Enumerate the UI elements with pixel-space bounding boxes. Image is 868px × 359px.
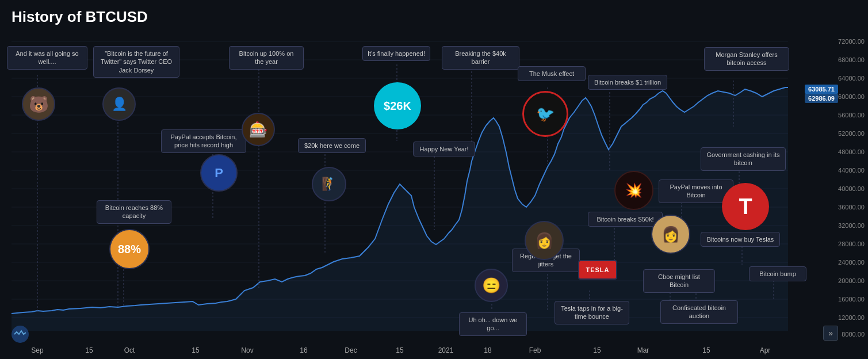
- x-label-dec: Dec: [345, 346, 357, 354]
- icon-woman-avatar: 👩: [651, 215, 690, 254]
- y-label-68k: 68000.00: [838, 56, 865, 63]
- x-label-feb: Feb: [529, 346, 541, 354]
- icon-dorsey-avatar: 👤: [102, 87, 136, 121]
- annotation-50k: Bitcoin breaks $50k!: [588, 212, 663, 227]
- y-label-60k: 60000.00: [838, 93, 865, 100]
- icon-sep-avatar: 🐻: [22, 87, 55, 121]
- x-label-nov: Nov: [241, 346, 253, 354]
- annotation-going-well: And it was all going so well....: [7, 46, 87, 70]
- annotation-1-trillion: Bitcoin breaks $1 trillion: [588, 75, 667, 90]
- y-label-72k: 72000.00: [838, 38, 865, 45]
- icon-paypal: P: [200, 154, 238, 192]
- y-label-12k: 12000.00: [838, 314, 865, 321]
- icon-climber: 🧗: [312, 167, 346, 201]
- annotation-88-capacity: Bitcoin reaches 88% capacity: [97, 200, 171, 224]
- annotation-paypal-moves: PayPal moves into Bitcoin: [659, 180, 733, 203]
- icon-tesla-T: T: [722, 183, 769, 230]
- annotation-finally-happened: It's finally happened!: [362, 46, 430, 61]
- x-label-15-2: 15: [192, 346, 199, 354]
- annotation-bitcoin-bump: Bitcoin bump: [749, 266, 806, 281]
- y-label-8k: 8000.00: [842, 331, 865, 338]
- icon-88-percent: 88%: [109, 229, 150, 269]
- x-label-mar: Mar: [637, 346, 649, 354]
- annotation-gov-cashing: Government cashing in its bitcoin: [701, 147, 786, 171]
- y-label-44k: 44000.00: [838, 167, 865, 174]
- icon-twitter-musk: 🐦: [522, 91, 568, 137]
- x-label-15-4: 15: [593, 346, 601, 354]
- y-label-20k: 20000.00: [838, 277, 865, 284]
- y-label-40k: 40000.00: [838, 185, 865, 192]
- x-label-15-3: 15: [396, 346, 403, 354]
- icon-regulator-avatar: 👩: [525, 221, 564, 260]
- y-label-16k: 16000.00: [838, 296, 865, 303]
- y-label-56k: 56000.00: [838, 112, 865, 119]
- annotation-musk-effect: The Musk effect: [518, 66, 586, 81]
- y-label-32k: 32000.00: [838, 222, 865, 229]
- chart-container: History of BTCUSD: [0, 0, 868, 359]
- y-label-28k: 28000.00: [838, 240, 865, 247]
- icon-explosion: 💥: [614, 171, 653, 210]
- y-label-52k: 52000.00: [838, 130, 865, 137]
- y-label-24k: 24000.00: [838, 259, 865, 266]
- x-label-15-1: 15: [85, 346, 93, 354]
- annotation-cboe: Cboe might list Bitcoin: [643, 269, 715, 293]
- annotation-down-we-go: Uh oh... down we go...: [459, 312, 527, 336]
- y-label-64k: 64000.00: [838, 75, 865, 82]
- nav-next-button[interactable]: »: [823, 326, 838, 341]
- y-label-48k: 48000.00: [838, 148, 865, 155]
- watermark-logo: [12, 326, 29, 343]
- annotation-morgan-stanley: Morgan Stanley offers bitcoin access: [704, 47, 789, 71]
- x-label-18: 18: [484, 346, 491, 354]
- x-label-2021: 2021: [438, 346, 454, 354]
- annotation-40k: Breaking the $40k barrier: [442, 46, 519, 70]
- icon-jukebox: 🎰: [242, 113, 275, 146]
- annotation-tesla-bounce: Tesla taps in for a big-time bounce: [555, 301, 629, 324]
- x-label-sep: Sep: [31, 346, 43, 354]
- x-label-apr: Apr: [760, 346, 771, 354]
- annotation-buy-teslas: Bitcoins now buy Teslas: [701, 232, 780, 247]
- annotation-20k: $20k here we come: [298, 138, 366, 153]
- x-label-16: 16: [300, 346, 307, 354]
- annotation-paypal-accepts: PayPal accepts Bitcoin, price hits recor…: [161, 129, 246, 153]
- icon-down-emoji: 😑: [475, 269, 508, 302]
- current-price-badge: 63085.71: [805, 85, 838, 94]
- x-label-oct: Oct: [124, 346, 135, 354]
- prev-price-badge: 62986.09: [805, 94, 838, 103]
- annotation-confiscated-bitcoin: Confiscated bitcoin auction: [660, 300, 738, 324]
- x-label-15-5: 15: [702, 346, 710, 354]
- annotation-happy-new-year: Happy New Year!: [413, 142, 475, 156]
- annotation-100-percent: Bitcoin up 100% on the year: [229, 46, 304, 70]
- annotation-twitter-dorsey: "Bitcoin is the future of Twitter" says …: [93, 46, 179, 78]
- icon-26k: $26K: [374, 82, 421, 129]
- y-label-36k: 36000.00: [838, 204, 865, 211]
- icon-tesla-logo: TESLA: [578, 260, 617, 280]
